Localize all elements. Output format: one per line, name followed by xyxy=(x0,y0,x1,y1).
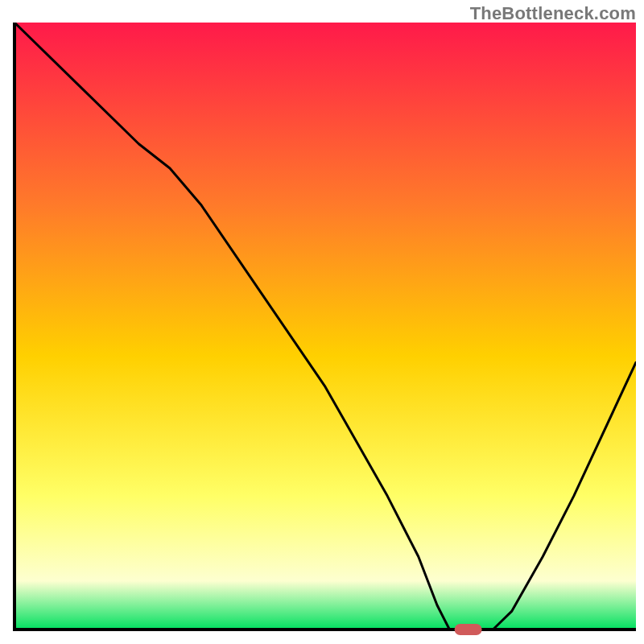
optimal-point-marker xyxy=(455,624,482,635)
chart-stage: TheBottleneck.com xyxy=(0,0,644,644)
plot-area xyxy=(8,23,636,636)
watermark-label: TheBottleneck.com xyxy=(470,3,636,24)
plot-svg xyxy=(8,23,636,636)
